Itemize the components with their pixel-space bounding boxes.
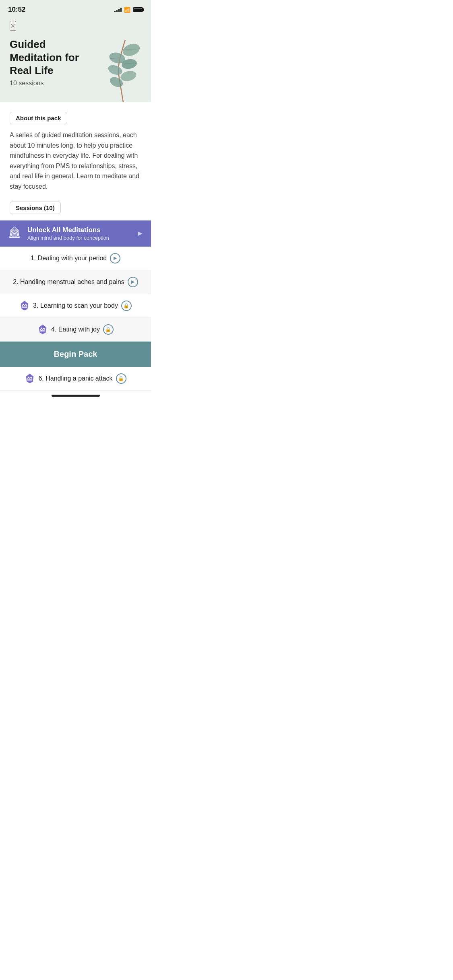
session-4-name: 4. Eating with joy — [51, 326, 100, 333]
svg-rect-11 — [22, 307, 27, 308]
begin-pack-button[interactable]: Begin Pack — [0, 342, 151, 367]
lock-icon-6: 🔒 — [116, 373, 126, 384]
svg-rect-13 — [27, 379, 32, 381]
plant-illustration — [97, 38, 141, 102]
pack-title: Guided Meditation for Real Life — [10, 38, 93, 77]
header-area: × Guided Meditation for Real Life 10 ses… — [0, 17, 151, 102]
session-3-name: 3. Learning to scan your body — [33, 302, 118, 309]
sessions-section-label: Sessions (10) — [10, 202, 61, 214]
lock-icon-3: 🔒 — [121, 301, 132, 311]
unlock-arrow-icon: ► — [137, 229, 144, 238]
unlock-banner[interactable]: Unlock All Meditations Align mind and bo… — [0, 220, 151, 247]
svg-rect-12 — [40, 330, 45, 331]
lock-icon-4: 🔒 — [103, 324, 114, 335]
close-button[interactable]: × — [10, 21, 16, 31]
svg-point-3 — [107, 64, 123, 77]
session-item-6[interactable]: 6. Handling a panic attack 🔒 — [0, 367, 151, 391]
about-description: A series of guided meditation sessions, … — [0, 130, 151, 202]
home-indicator — [0, 391, 151, 400]
crown-icon — [7, 226, 22, 241]
status-bar: 10:52 📶 — [0, 0, 151, 17]
session-6-name: 6. Handling a panic attack — [38, 375, 112, 382]
premium-icon-3 — [19, 301, 30, 311]
premium-icon-6 — [25, 373, 35, 384]
session-item-2[interactable]: 2. Handling menstrual aches and pains ▶ — [0, 270, 151, 294]
home-bar — [52, 395, 100, 397]
unlock-subtitle: Align mind and body for conception — [27, 235, 132, 241]
session-item-4[interactable]: 4. Eating with joy 🔒 — [0, 318, 151, 342]
about-section-label: About this pack — [10, 112, 67, 124]
session-item-1[interactable]: 1. Dealing with your period ▶ — [0, 247, 151, 270]
session-2-name: 2. Handling menstrual aches and pains — [13, 278, 124, 286]
session-1-name: 1. Dealing with your period — [31, 255, 107, 262]
play-icon-2: ▶ — [128, 277, 138, 287]
session-item-3[interactable]: 3. Learning to scan your body 🔒 — [0, 294, 151, 318]
signal-icon — [114, 7, 122, 12]
pack-sessions: 10 sessions — [10, 80, 93, 87]
wifi-icon: 📶 — [124, 7, 130, 13]
premium-icon-4 — [37, 324, 48, 335]
status-time: 10:52 — [8, 6, 25, 14]
content: About this pack A series of guided medit… — [0, 102, 151, 400]
unlock-title: Unlock All Meditations — [27, 226, 132, 234]
status-icons: 📶 — [114, 7, 143, 13]
battery-icon — [133, 7, 143, 12]
play-icon-1: ▶ — [110, 253, 120, 264]
